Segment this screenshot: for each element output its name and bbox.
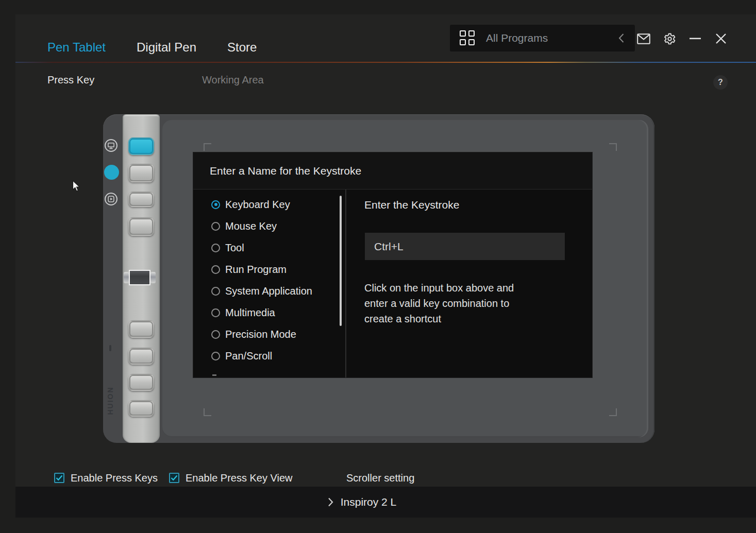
radio-icon[interactable] [211, 352, 220, 360]
radio-icon[interactable] [211, 244, 220, 252]
area-corner-mark [204, 408, 211, 416]
press-key-button-1[interactable] [128, 137, 154, 155]
checkbox-checked-icon[interactable] [169, 473, 179, 483]
device-bar[interactable]: Inspiroy 2 L [15, 487, 756, 518]
radio-icon[interactable] [211, 330, 220, 339]
minimize-icon[interactable] [688, 32, 702, 45]
dialog-panel-divider [345, 190, 346, 377]
scroller-setting-link[interactable]: Scroller setting [346, 472, 414, 484]
radio-icon[interactable] [211, 222, 220, 231]
option-multimedia[interactable]: Multimedia [193, 302, 340, 323]
dialog-title: Enter a Name for the Keystroke [210, 165, 361, 177]
mail-icon[interactable] [637, 32, 650, 45]
main-nav: Pen Tablet Digital Pen Store [47, 37, 257, 58]
chevron-right-icon [328, 497, 333, 507]
press-key-button-2[interactable] [128, 164, 154, 182]
subnav-press-key[interactable]: Press Key [47, 74, 94, 86]
screen: Pen Tablet Digital Pen Store All Program… [0, 0, 756, 533]
press-key-button-8[interactable] [128, 400, 154, 417]
settings-gear-icon[interactable] [663, 32, 676, 45]
tab-store[interactable]: Store [227, 40, 257, 55]
enable-press-key-view-control[interactable]: Enable Press Key View [169, 472, 293, 484]
tablet-scroller[interactable] [129, 270, 150, 285]
brand-dash [109, 345, 111, 351]
press-key-button-6[interactable] [128, 348, 154, 365]
radio-icon[interactable] [211, 287, 220, 296]
tab-pen-tablet[interactable]: Pen Tablet [47, 40, 106, 55]
help-button[interactable]: ? [713, 75, 728, 90]
keystroke-panel-heading: Enter the Keystroke [364, 199, 459, 211]
keystroke-instructions: Click on the input box above and enter a… [364, 280, 534, 326]
press-key-button-7[interactable] [128, 374, 154, 391]
mouse-cursor [72, 180, 81, 193]
option-precision-mode[interactable]: Precision Mode [193, 323, 340, 345]
window-controls [637, 32, 728, 45]
active-indicator-dot[interactable] [104, 165, 119, 180]
dialog-title-bar: Enter a Name for the Keystroke [193, 152, 592, 190]
checkbox-checked-icon[interactable] [54, 473, 64, 483]
area-corner-mark [204, 143, 211, 151]
radio-icon[interactable] [211, 265, 220, 274]
option-run-program[interactable]: Run Program [193, 259, 340, 280]
partial-next-option [212, 374, 216, 376]
keystroke-input[interactable] [365, 233, 565, 260]
option-tool[interactable]: Tool [193, 237, 340, 259]
subnav-working-area[interactable]: Working Area [202, 74, 264, 86]
gradient-divider [15, 62, 756, 63]
press-key-button-5[interactable] [128, 320, 154, 338]
radio-icon[interactable] [211, 308, 220, 317]
brand-label: HUION [103, 376, 118, 425]
option-system-application[interactable]: System Application [193, 280, 340, 302]
display-icon[interactable] [105, 139, 117, 152]
option-pan-scroll[interactable]: Pan/Scroll [193, 345, 340, 367]
options-scrollbar[interactable] [340, 196, 342, 326]
app-window: Pen Tablet Digital Pen Store All Program… [15, 14, 756, 518]
chevron-left-icon[interactable] [618, 33, 625, 43]
close-icon[interactable] [714, 32, 728, 45]
option-keyboard-key[interactable]: Keyboard Key [193, 194, 340, 215]
program-selector[interactable]: All Programs [450, 25, 635, 51]
play-media-icon[interactable] [105, 193, 117, 205]
device-name: Inspiroy 2 L [341, 496, 397, 508]
area-corner-mark [609, 408, 617, 416]
press-key-button-4[interactable] [128, 217, 154, 236]
scroller-cap [124, 272, 129, 283]
apps-grid-icon [460, 30, 475, 46]
press-key-button-3[interactable] [128, 192, 154, 207]
keystroke-type-list: Keyboard Key Mouse Key Tool Run Program … [193, 194, 340, 367]
program-selector-label: All Programs [486, 32, 548, 44]
keystroke-dialog: Enter a Name for the Keystroke Keyboard … [193, 152, 592, 377]
area-corner-mark [609, 143, 617, 151]
enable-press-keys-control[interactable]: Enable Press Keys [54, 472, 158, 484]
option-mouse-key[interactable]: Mouse Key [193, 215, 340, 237]
radio-icon[interactable] [211, 200, 220, 209]
tab-digital-pen[interactable]: Digital Pen [137, 40, 196, 55]
scroller-cap [150, 272, 156, 283]
